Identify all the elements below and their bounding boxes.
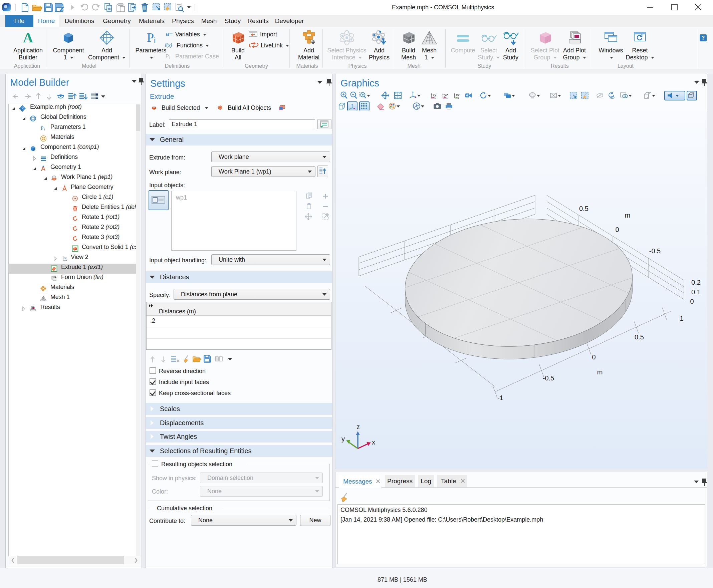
svg-text:0: 0 — [690, 298, 694, 305]
svg-text:0.2: 0.2 — [691, 279, 701, 286]
svg-text:xy: xy — [433, 93, 437, 97]
svg-text:i: i — [44, 127, 45, 131]
svg-text:0.1: 0.1 — [691, 288, 701, 296]
svg-text:A: A — [23, 30, 34, 45]
svg-text:-0.5: -0.5 — [649, 247, 660, 255]
svg-text:P: P — [41, 125, 43, 131]
svg-text:z: z — [356, 423, 360, 430]
svg-text:m: m — [597, 369, 603, 376]
svg-text:P: P — [166, 53, 169, 59]
svg-text:xy: xy — [64, 256, 66, 259]
svg-text:0.5: 0.5 — [634, 333, 644, 341]
svg-text:-1: -1 — [497, 394, 503, 401]
svg-text:0: 0 — [615, 226, 619, 233]
svg-text:xz: xz — [456, 93, 460, 97]
svg-text:f(x): f(x) — [165, 42, 172, 48]
svg-text:i: i — [169, 55, 170, 60]
svg-text:y: y — [341, 435, 345, 442]
svg-text:0: 0 — [592, 353, 595, 361]
svg-text:x: x — [372, 439, 375, 446]
svg-text:0.5: 0.5 — [579, 205, 588, 212]
svg-text:yz: yz — [444, 93, 448, 97]
svg-text:1: 1 — [679, 315, 683, 322]
svg-text:i: i — [154, 36, 155, 45]
svg-text:P: P — [147, 30, 154, 44]
svg-text:-0.5: -0.5 — [543, 374, 554, 382]
svg-text:a=: a= — [166, 30, 173, 37]
svg-text:m: m — [625, 212, 631, 219]
